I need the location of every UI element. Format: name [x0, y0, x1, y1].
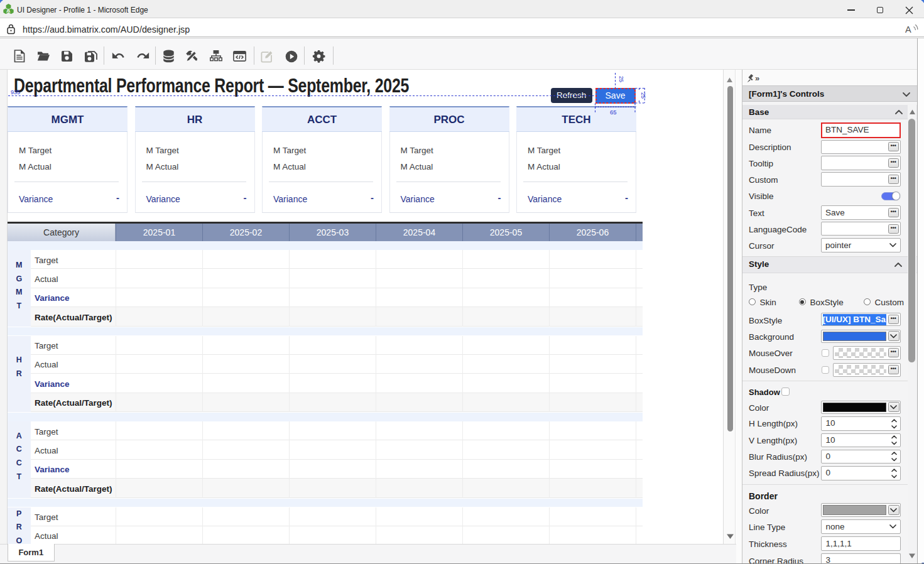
svg-text:A: A [905, 24, 911, 35]
svg-text:A: A [6, 8, 11, 14]
